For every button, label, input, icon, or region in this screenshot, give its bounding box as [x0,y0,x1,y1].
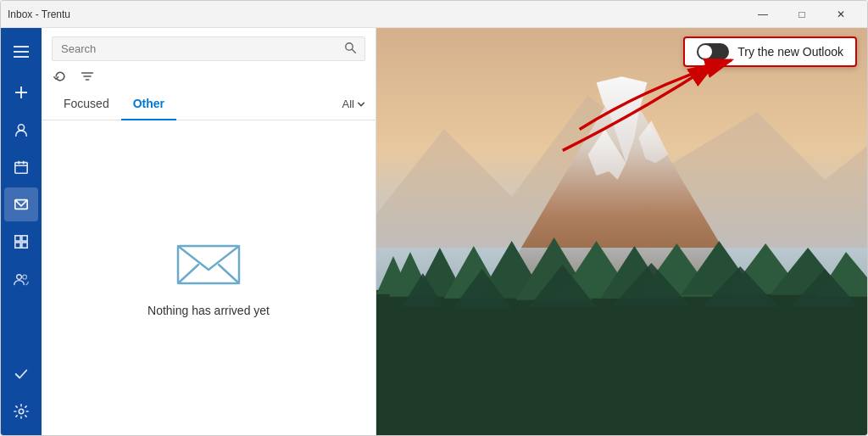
title-bar: Inbox - Trentu — □ ✕ [1,1,867,28]
svg-point-13 [23,275,27,279]
svg-line-21 [178,265,198,283]
svg-rect-10 [15,243,20,248]
svg-line-16 [352,49,355,53]
main-content: Focused Other All [1,28,867,435]
tab-other[interactable]: Other [121,88,176,120]
app-window: Inbox - Trentu — □ ✕ [0,0,868,436]
refresh-button[interactable] [52,68,69,85]
nav-settings-button[interactable] [4,394,38,428]
empty-state: Nothing has arrived yet [42,120,376,435]
nav-people-button[interactable] [4,113,38,147]
svg-rect-11 [22,243,27,248]
search-bar[interactable] [52,36,365,61]
svg-rect-9 [22,236,27,241]
nav-mail-button[interactable] [4,187,38,221]
maximize-button[interactable]: □ [782,1,821,28]
minimize-button[interactable]: — [743,1,782,28]
empty-envelope-icon [175,239,242,290]
nav-sidebar [1,28,42,435]
outlook-toggle-label: Try the new Outlook [737,45,843,59]
right-panel: Try the new Outlook [376,28,867,435]
filter-all-dropdown[interactable]: All [342,92,365,115]
svg-rect-3 [15,163,27,174]
mail-header [42,28,376,88]
svg-rect-30 [376,290,867,435]
outlook-toggle-switch[interactable] [697,43,729,60]
mail-panel: Focused Other All [42,28,376,435]
nav-tasks-button[interactable] [4,357,38,391]
nav-add-button[interactable] [4,75,38,109]
tab-focused[interactable]: Focused [52,88,121,120]
svg-rect-20 [178,246,239,283]
chevron-down-icon [357,100,365,109]
svg-line-22 [219,265,239,283]
nav-calendar2-button[interactable] [4,225,38,259]
tabs-row: Focused Other All [42,88,376,120]
svg-rect-8 [15,236,20,241]
empty-state-message: Nothing has arrived yet [147,304,270,317]
search-input[interactable] [61,42,341,55]
search-icon [344,42,356,56]
svg-point-12 [17,275,22,280]
title-bar-left: Inbox - Trentu [8,8,70,20]
hamburger-menu-button[interactable] [4,35,38,69]
nav-contacts-button[interactable] [4,262,38,296]
filter-button[interactable] [79,68,96,85]
toolbar-row [52,68,365,85]
window-title: Inbox - Trentu [8,8,70,20]
toggle-knob [698,45,712,59]
close-button[interactable]: ✕ [821,1,860,28]
title-controls: — □ ✕ [743,1,860,28]
outlook-toggle-bar: Try the new Outlook [683,36,857,67]
nav-calendar-button[interactable] [4,150,38,184]
svg-point-2 [18,125,24,131]
landscape-image [376,28,867,435]
svg-point-14 [19,409,23,413]
